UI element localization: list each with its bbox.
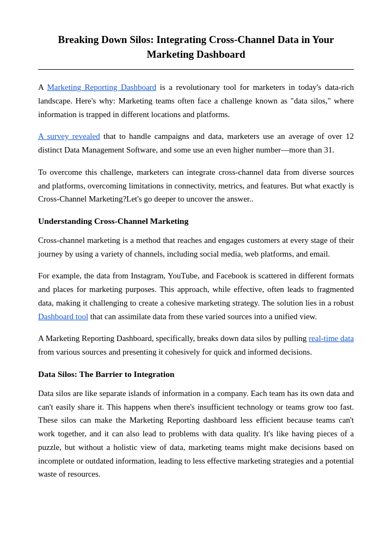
cross-channel-def-paragraph: Cross-channel marketing is a method that… — [38, 234, 354, 261]
article-body: A Marketing Reporting Dashboard is a rev… — [38, 81, 354, 481]
dashboard-tool-link[interactable]: Dashboard tool — [38, 312, 88, 321]
reporting-dashboard-paragraph: A Marketing Reporting Dashboard, specifi… — [38, 332, 354, 359]
survey-revealed-link[interactable]: A survey revealed — [38, 132, 100, 141]
intro-paragraph: A Marketing Reporting Dashboard is a rev… — [38, 81, 354, 121]
article-title: Breaking Down Silos: Integrating Cross-C… — [38, 33, 354, 62]
example-paragraph: For example, the data from Instagram, Yo… — [38, 269, 354, 323]
page-container: Breaking Down Silos: Integrating Cross-C… — [0, 0, 392, 554]
section-heading-data-silos: Data Silos: The Barrier to Integration — [38, 368, 354, 381]
title-line-2: Marketing Dashboard — [146, 48, 245, 60]
real-time-data-link[interactable]: real-time data — [309, 334, 354, 343]
overcome-paragraph: To overcome this challenge, marketers ca… — [38, 166, 354, 206]
title-line-1: Breaking Down Silos: Integrating Cross-C… — [58, 34, 334, 45]
marketing-reporting-dashboard-link[interactable]: Marketing Reporting Dashboard — [47, 83, 157, 92]
data-silos-paragraph: Data silos are like separate islands of … — [38, 387, 354, 481]
section-heading-cross-channel: Understanding Cross-Channel Marketing — [38, 215, 354, 228]
title-divider — [38, 69, 354, 70]
survey-paragraph: A survey revealed that to handle campaig… — [38, 130, 354, 157]
